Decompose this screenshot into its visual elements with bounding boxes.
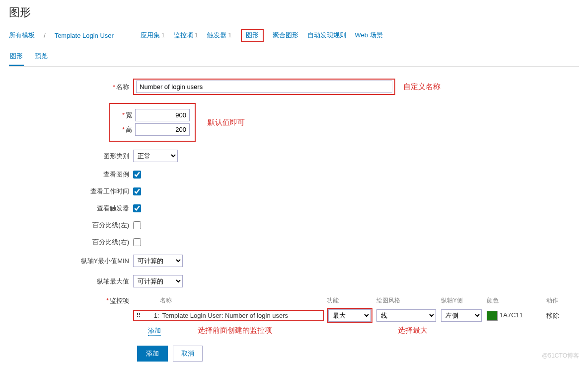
legend-checkbox[interactable] [133,171,141,179]
pctright-label: 百分比线(右) [92,238,129,246]
hdr-func: 功能 [324,296,373,305]
color-swatch[interactable] [487,311,498,321]
width-input[interactable] [135,109,190,121]
pctleft-checkbox[interactable] [133,221,141,229]
name-note: 自定义名称 [403,82,441,92]
worktime-label: 查看工作时间 [90,187,129,195]
add-button[interactable]: 添加 [137,346,168,362]
note-func: 选择最大 [398,326,428,335]
nav-triggers[interactable]: 触发器1 [207,31,231,40]
note-item: 选择前面创建的监控项 [198,326,272,335]
breadcrumb-sep: / [44,32,46,39]
remove-link[interactable]: 移除 [546,312,559,319]
add-item-link[interactable]: 添加 [148,326,161,336]
tab-preview[interactable]: 预览 [34,49,49,66]
graphtype-label: 图形类别 [103,152,129,160]
cancel-button[interactable]: 取消 [173,346,203,362]
breadcrumb-nav: 所有模板 / Template Login User 应用集1 监控项1 触发器… [9,29,579,42]
wh-group: *宽 *高 [109,103,196,142]
graphtype-select[interactable]: 正常 [133,150,178,162]
hdr-axis: 纵轴Y侧 [438,296,484,305]
triggers-label: 查看触发器 [97,204,129,212]
drag-handle-icon[interactable]: ⠿ [136,312,150,319]
func-select[interactable]: 最大 [328,309,371,322]
draw-select[interactable]: 线 [376,309,436,322]
ymin-select[interactable]: 可计算的 [133,255,183,267]
nav-screens[interactable]: 聚合图形 [273,31,298,40]
nav-graphs[interactable]: 图形 [241,29,264,42]
hdr-action: 动作 [543,296,573,305]
hdr-name: 名称 [160,296,324,305]
width-label: 宽 [126,111,132,119]
triggers-checkbox[interactable] [133,204,141,212]
height-label: 高 [126,126,132,133]
worktime-checkbox[interactable] [133,187,141,195]
watermark: @51CTO博客 [542,352,579,360]
hdr-color: 颜色 [484,296,543,305]
hdr-draw: 绘图风格 [373,296,438,305]
pctright-checkbox[interactable] [133,238,141,246]
ymin-label: 纵轴Y最小值MIN [81,257,130,265]
pctleft-label: 百分比线(左) [92,221,129,229]
ymax-select[interactable]: 可计算的 [133,275,183,287]
name-label: 名称 [116,83,129,91]
subtabs: 图形 预览 [9,49,579,67]
wh-note: 默认值即可 [208,118,245,127]
ymax-label: 纵轴最大值 [97,277,129,285]
axis-select[interactable]: 左侧 [441,309,482,322]
nav-items[interactable]: 监控项1 [174,31,198,40]
page-title: 图形 [9,5,579,20]
breadcrumb-template[interactable]: Template Login User [55,32,114,39]
tab-graph[interactable]: 图形 [9,49,24,66]
nav-discovery[interactable]: 自动发现规则 [307,31,346,40]
height-input[interactable] [135,123,190,136]
name-input[interactable] [136,81,392,93]
legend-label: 查看图例 [103,171,129,178]
nav-apps[interactable]: 应用集1 [141,31,165,40]
item-header: 名称 功能 绘图风格 纵轴Y侧 颜色 动作 [133,295,579,308]
color-code[interactable]: 1A7C11 [500,311,523,319]
nav-web[interactable]: Web 场景 [355,31,383,40]
item-name-link[interactable]: Template Login User: Number of login use… [162,312,288,319]
item-index: 1: [150,312,162,319]
breadcrumb-root[interactable]: 所有模板 [9,31,35,40]
items-label: 监控项 [110,297,129,304]
